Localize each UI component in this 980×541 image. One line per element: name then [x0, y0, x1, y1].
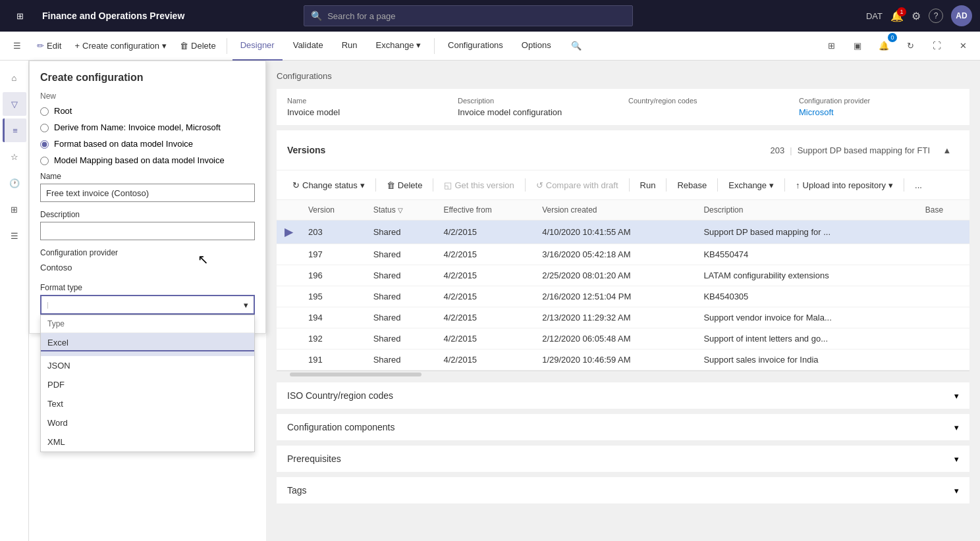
- dropdown-item-text[interactable]: Text: [41, 394, 254, 413]
- tab-exchange[interactable]: Exchange ▾: [368, 32, 429, 61]
- dropdown-item-xml[interactable]: XML: [41, 432, 254, 451]
- col-description[interactable]: Description: [695, 200, 917, 220]
- radio-derive-input[interactable]: [40, 124, 49, 132]
- radio-root-input[interactable]: [40, 107, 49, 116]
- dropdown-item-json[interactable]: JSON: [41, 356, 254, 375]
- exchange-button[interactable]: Exchange ▾: [723, 176, 779, 194]
- row-indicator: ▶: [277, 220, 300, 244]
- radio-derive-option[interactable]: Derive from Name: Invoice model, Microso…: [40, 122, 255, 132]
- change-status-button[interactable]: ↻ Change status ▾: [287, 176, 370, 194]
- exchange-chevron-icon: ▾: [416, 40, 421, 50]
- versions-delete-button[interactable]: 🗑 Delete: [381, 176, 428, 194]
- badge-button[interactable]: 🔔 0: [872, 34, 896, 58]
- edit-button[interactable]: ✏ Edit: [32, 36, 67, 57]
- search-filter-button[interactable]: 🔍: [564, 34, 588, 58]
- close-button[interactable]: ✕: [951, 34, 975, 58]
- v-sep-2: [433, 178, 433, 192]
- version-desc: Support DP based mapping for FTI: [798, 145, 930, 155]
- filter-icon-btn[interactable]: ▽: [3, 92, 26, 116]
- search-icon: 🔍: [311, 11, 322, 21]
- versions-header-right: 203 | Support DP based mapping for FTI ▲: [771, 138, 959, 162]
- radio-root-option[interactable]: Root: [40, 106, 255, 116]
- refresh-button[interactable]: ↻: [898, 34, 922, 58]
- provider-field-link[interactable]: Microsoft: [799, 107, 959, 117]
- row-created: 3/16/2020 05:42:18 AM: [534, 244, 695, 265]
- tab-configurations[interactable]: Configurations: [440, 32, 511, 61]
- row-description: KB4540305: [695, 286, 917, 307]
- tab-designer[interactable]: Designer: [232, 32, 283, 61]
- upload-button[interactable]: ↑ Upload into repository ▾: [790, 176, 898, 194]
- components-section-header[interactable]: Configuration components ▾: [277, 414, 969, 440]
- name-field-value: Invoice model: [287, 107, 447, 117]
- get-version-button[interactable]: ◱ Get this version: [439, 176, 519, 194]
- col-status[interactable]: Status ▽: [366, 200, 436, 220]
- col-base: Base: [917, 200, 969, 220]
- table-row[interactable]: 197 Shared 4/2/2015 3/16/2020 05:42:18 A…: [277, 244, 969, 265]
- table-row[interactable]: 196 Shared 4/2/2015 2/25/2020 08:01:20 A…: [277, 265, 969, 286]
- fullscreen-button[interactable]: ⛶: [925, 34, 948, 58]
- col-created[interactable]: Version created: [534, 200, 695, 220]
- exchange-v-chevron: ▾: [769, 180, 774, 190]
- avatar[interactable]: AD: [951, 5, 972, 26]
- horizontal-scrollbar[interactable]: [277, 371, 969, 377]
- waffle-menu-button[interactable]: ⊞: [8, 4, 32, 28]
- compare-button[interactable]: ↺ Compare with draft: [531, 176, 624, 194]
- row-version: 194: [300, 307, 366, 328]
- star-icon-btn[interactable]: ☆: [3, 145, 26, 168]
- delete-button[interactable]: 🗑 Delete: [175, 36, 221, 57]
- tab-options[interactable]: Options: [514, 32, 559, 61]
- row-description: Support vendor invoice for Mala...: [695, 307, 917, 328]
- tags-chevron-icon: ▾: [954, 486, 959, 496]
- sidebar-toggle-button[interactable]: ☰: [5, 34, 29, 58]
- iso-section-header[interactable]: ISO Country/region codes ▾: [277, 382, 969, 409]
- new-label: New: [40, 91, 255, 101]
- dropdown-item-excel[interactable]: Excel: [41, 333, 254, 356]
- settings-button[interactable]: ⚙: [912, 10, 921, 22]
- versions-collapse-btn[interactable]: ▲: [935, 138, 959, 162]
- table-row[interactable]: 194 Shared 4/2/2015 2/13/2020 11:29:32 A…: [277, 307, 969, 328]
- tags-title: Tags: [287, 485, 307, 496]
- table-row[interactable]: 192 Shared 4/2/2015 2/12/2020 06:05:48 A…: [277, 328, 969, 349]
- clock-icon-btn[interactable]: 🕐: [3, 171, 26, 195]
- list-icon-btn[interactable]: ≡: [3, 118, 26, 142]
- table-row[interactable]: ▶ 203 Shared 4/2/2015 4/10/2020 10:41:55…: [277, 220, 969, 244]
- format-type-dropdown[interactable]: | ▾ Type Excel JSON PDF Text Word XML: [40, 295, 255, 315]
- grid-icon-btn[interactable]: ⊞: [3, 197, 26, 221]
- dropdown-item-pdf[interactable]: PDF: [41, 375, 254, 394]
- row-indicator: [277, 244, 300, 265]
- search-bar[interactable]: 🔍 Search for a page: [304, 5, 633, 26]
- name-input[interactable]: [40, 184, 255, 202]
- tab-run[interactable]: Run: [334, 32, 366, 61]
- tags-section-header[interactable]: Tags ▾: [277, 477, 969, 503]
- get-version-icon: ◱: [444, 180, 452, 190]
- radio-format-option[interactable]: Format based on data model Invoice: [40, 139, 255, 149]
- col-effective[interactable]: Effective from: [436, 200, 535, 220]
- radio-format-input[interactable]: [40, 140, 49, 149]
- table-row[interactable]: 195 Shared 4/2/2015 2/16/2020 12:51:04 P…: [277, 286, 969, 307]
- pin-button[interactable]: ⊞: [819, 34, 843, 58]
- tab-validate[interactable]: Validate: [285, 32, 331, 61]
- components-title: Configuration components: [287, 422, 395, 432]
- notifications-button[interactable]: 🔔 1: [890, 10, 904, 22]
- col-version[interactable]: Version: [300, 200, 366, 220]
- menu-icon-btn[interactable]: ☰: [3, 224, 26, 247]
- format-type-input[interactable]: | ▾: [40, 295, 255, 315]
- prerequisites-section-header[interactable]: Prerequisites ▾: [277, 446, 969, 472]
- rebase-button[interactable]: Rebase: [672, 176, 712, 194]
- description-input[interactable]: [40, 222, 255, 240]
- layout-button[interactable]: ▣: [846, 34, 869, 58]
- table-row[interactable]: 191 Shared 4/2/2015 1/29/2020 10:46:59 A…: [277, 349, 969, 371]
- provider-field-label: Configuration provider: [799, 97, 959, 105]
- radio-mapping-input[interactable]: [40, 157, 49, 165]
- create-config-button[interactable]: + Create configuration ▾: [69, 36, 172, 57]
- more-button[interactable]: ...: [910, 176, 927, 194]
- info-name-field: Name Invoice model: [287, 97, 447, 117]
- dropdown-item-word[interactable]: Word: [41, 413, 254, 432]
- dropdown-type-header: Type: [41, 315, 254, 333]
- row-effective: 4/2/2015: [436, 244, 535, 265]
- scroll-thumb[interactable]: [290, 373, 422, 376]
- run-button[interactable]: Run: [635, 176, 661, 194]
- radio-mapping-option[interactable]: Model Mapping based on data model Invoic…: [40, 155, 255, 165]
- help-button[interactable]: ?: [929, 9, 943, 23]
- home-icon-btn[interactable]: ⌂: [3, 66, 26, 90]
